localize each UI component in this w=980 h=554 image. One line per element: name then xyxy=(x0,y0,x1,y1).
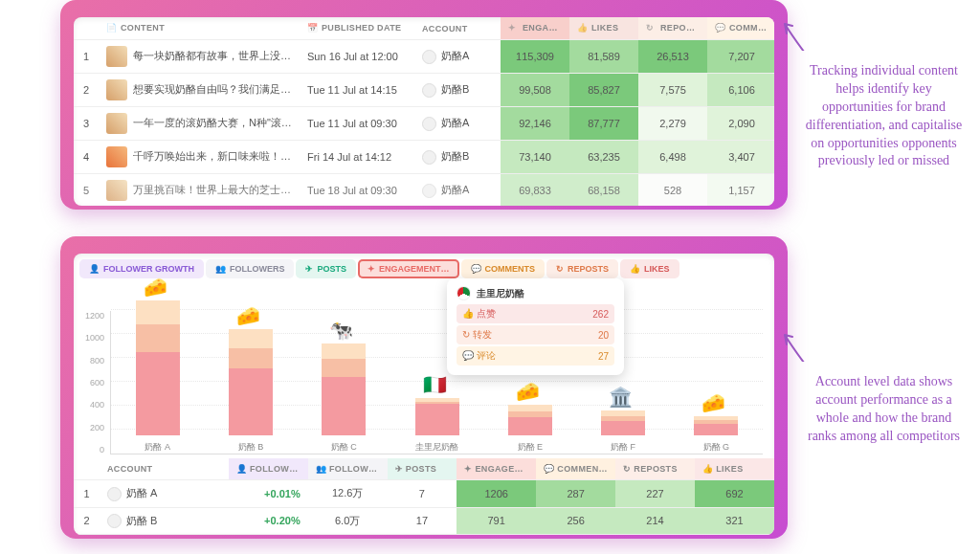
account-icon xyxy=(422,50,436,64)
ath-comments[interactable]: 💬 COMMENTS xyxy=(536,458,615,480)
table-row[interactable]: 1奶酪 A+0.01%12.6万71206287227692 xyxy=(74,480,774,508)
tab-reposts[interactable]: ↻REPOSTS xyxy=(546,259,618,278)
ath-engagement[interactable]: ✦ ENGAGEM… xyxy=(457,458,536,480)
row-index: 1 xyxy=(74,40,99,74)
reposts-value: 528 xyxy=(638,174,707,206)
italy-flag-icon xyxy=(457,286,471,300)
reposts-value: 227 xyxy=(615,480,695,508)
reposts-value: 214 xyxy=(615,507,695,535)
tab-followers[interactable]: 👥FOLLOWERS xyxy=(206,259,295,278)
growth-value: +0.01% xyxy=(229,480,308,508)
likes-value: 321 xyxy=(695,507,774,535)
bar-icon: 🐄 xyxy=(329,319,358,342)
bar-label: 奶酪 E xyxy=(518,441,544,454)
published-date: Tue 11 Jul at 14:15 xyxy=(300,74,414,107)
account-cell: 奶酪A xyxy=(414,107,501,141)
th-published[interactable]: 📅PUBLISHED DATE xyxy=(300,17,414,40)
th-account[interactable]: ACCOUNT xyxy=(414,17,501,40)
tab-likes[interactable]: 👍LIKES xyxy=(620,259,679,278)
comments-value: 1,157 xyxy=(707,174,774,206)
content-title: 万里挑百味！世界上最大的芝士企业… xyxy=(99,174,300,206)
bar-column[interactable]: 🐄奶酪 C xyxy=(304,343,383,454)
bar-column[interactable]: 🧀奶酪 A xyxy=(119,300,197,454)
tab-comments[interactable]: 💬COMMENTS xyxy=(461,259,546,278)
table-row[interactable]: 2想要实现奶酪自由吗？我们满足你！即…Tue 11 Jul at 14:15奶酪… xyxy=(74,74,774,107)
engagement-value: 1206 xyxy=(457,480,536,508)
bar-icon: 🧀 xyxy=(144,276,172,299)
bar-column[interactable]: 🏛️奶酪 F xyxy=(584,410,662,454)
engagement-icon: ✦ xyxy=(464,464,472,474)
table-row[interactable]: 2奶酪 B+0.20%6.0万17791256214321 xyxy=(74,507,774,535)
engagement-value: 69,833 xyxy=(501,174,569,206)
comments-value: 3,407 xyxy=(707,141,774,174)
tab-follower-growth[interactable]: 👤FOLLOWER GROWTH xyxy=(79,259,204,278)
tab-posts[interactable]: ✈POSTS xyxy=(296,259,356,278)
growth-icon: 👤 xyxy=(89,264,100,274)
table-row[interactable]: 5万里挑百味！世界上最大的芝士企业…Tue 18 Jul at 09:30奶酪A… xyxy=(74,174,774,206)
spark-icon: ✦ xyxy=(508,23,519,33)
tooltip-row-likes: 👍 点赞262 xyxy=(457,304,614,323)
comments-value: 2,090 xyxy=(707,107,774,141)
table-row[interactable]: 3一年一度的滚奶酪大赛，N种"滚"法让…Tue 11 Jul at 09:30奶… xyxy=(74,107,774,141)
likes-value: 63,235 xyxy=(569,141,638,174)
content-card: 📄CONTENT 📅PUBLISHED DATE ACCOUNT ✦ENGAGE… xyxy=(74,17,774,206)
tooltip-row-reposts: ↻ 转发20 xyxy=(457,325,614,344)
account-table: ACCOUNT 👤 FOLLOWE… 👥 FOLLOWE… ✈ POSTS ✦ … xyxy=(74,458,774,535)
bar-label: 奶酪 C xyxy=(331,441,357,454)
bar-column[interactable]: 🧀奶酪 G xyxy=(678,416,756,454)
comment-icon: 💬 xyxy=(715,23,725,33)
followers-icon: 👥 xyxy=(215,264,226,274)
doc-icon: 📄 xyxy=(106,23,117,33)
likes-value: 87,777 xyxy=(569,107,638,141)
likes-icon: 👍 xyxy=(630,264,640,274)
account-icon xyxy=(107,514,122,528)
chart-area: 120010008006004002000 🧀奶酪 A🧀奶酪 B🐄奶酪 C🇮🇹圭… xyxy=(74,284,774,458)
published-date: Tue 11 Jul at 09:30 xyxy=(300,107,414,141)
thumbnail xyxy=(106,146,127,167)
th-content[interactable]: 📄CONTENT xyxy=(99,17,300,40)
account-name: 奶酪 A xyxy=(100,480,229,508)
account-icon xyxy=(422,83,436,98)
th-likes[interactable]: 👍LIKES xyxy=(569,17,638,40)
bar-column[interactable]: 🧀奶酪 B xyxy=(212,329,290,454)
reposts-value: 2,279 xyxy=(638,107,707,141)
content-title: 千呼万唤始出来，新口味来啦！榴莲芝… xyxy=(99,141,300,174)
chart-tooltip: 圭里尼奶酪 👍 点赞262 ↻ 转发20 💬 评论27 xyxy=(447,278,624,375)
th-engagement[interactable]: ✦ENGAGEM… xyxy=(501,17,569,40)
table-row[interactable]: 4千呼万唤始出来，新口味来啦！榴莲芝…Fri 14 Jul at 14:12奶酪… xyxy=(74,141,774,174)
tab-engagement[interactable]: ✦ENGAGEMENT… xyxy=(358,259,459,278)
comments-icon: 💬 xyxy=(544,464,554,474)
ath-likes[interactable]: 👍 LIKES xyxy=(695,458,774,480)
followers-value: 12.6万 xyxy=(308,480,388,508)
th-comments[interactable]: 💬COMMENTS xyxy=(707,17,774,40)
thumbnail xyxy=(106,113,127,134)
growth-value: +0.20% xyxy=(229,507,308,535)
bar-icon: 🧀 xyxy=(516,380,545,403)
row-index: 2 xyxy=(74,74,99,107)
row-index: 3 xyxy=(74,107,99,141)
likes-value: 692 xyxy=(695,480,774,508)
engagement-value: 92,146 xyxy=(501,107,569,141)
table-row[interactable]: 1每一块奶酪都有故事，世界上没有相同…Sun 16 Jul at 12:00奶酪… xyxy=(74,40,774,74)
engagement-icon: ✦ xyxy=(368,264,375,274)
account-icon xyxy=(107,487,122,501)
calendar-icon: 📅 xyxy=(307,23,318,33)
ath-posts[interactable]: ✈ POSTS xyxy=(388,458,457,480)
likes-value: 85,827 xyxy=(569,74,638,107)
arrow-icon xyxy=(783,22,812,51)
th-reposts[interactable]: ↻REPOSTS xyxy=(638,17,707,40)
account-icon xyxy=(422,184,436,198)
comments-value: 7,207 xyxy=(707,40,774,74)
followers-icon: 👥 xyxy=(316,464,326,474)
ath-reposts[interactable]: ↻ REPOSTS xyxy=(615,458,695,480)
bar-label: 奶酪 B xyxy=(238,441,264,454)
published-date: Tue 18 Jul at 09:30 xyxy=(300,174,414,206)
ath-followers[interactable]: 👥 FOLLOWE… xyxy=(308,458,388,480)
engagement-value: 99,508 xyxy=(501,74,569,107)
content-title: 每一块奶酪都有故事，世界上没有相同… xyxy=(99,40,300,74)
bar-column[interactable]: 🇮🇹圭里尼奶酪 xyxy=(398,398,477,454)
ath-account[interactable]: ACCOUNT xyxy=(100,458,229,480)
published-date: Sun 16 Jul at 12:00 xyxy=(300,40,414,74)
ath-growth[interactable]: 👤 FOLLOWE… xyxy=(229,458,308,480)
posts-value: 7 xyxy=(388,480,457,508)
